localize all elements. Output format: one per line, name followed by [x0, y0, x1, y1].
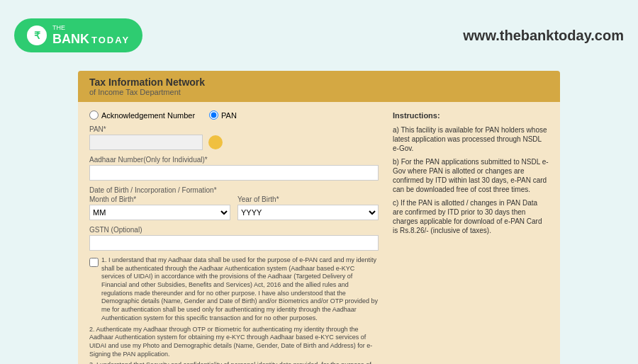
form-body: Acknowledgement Number PAN PAN* Aadhaar … [78, 102, 560, 364]
radio-group: Acknowledgement Number PAN [89, 110, 379, 120]
month-select[interactable]: MM [89, 205, 230, 220]
instructions-title: Instructions: [393, 110, 549, 121]
pan-label: PAN* [89, 125, 379, 133]
instructions-panel: Instructions: a) This facility is availa… [393, 110, 549, 364]
logo-today: TODAY [91, 35, 130, 46]
logo-the: THE [52, 24, 130, 32]
terms-checkbox[interactable] [89, 258, 99, 267]
radio-ack[interactable]: Acknowledgement Number [89, 110, 195, 120]
date-row: Month of Birth* MM Year of Birth* YYYY [89, 195, 379, 220]
pan-input[interactable] [89, 135, 203, 150]
pan-indicator [208, 135, 223, 149]
terms-text-2: 2. Authenticate my Aadhaar through OTP o… [89, 326, 379, 359]
aadhaar-field-group: Aadhaar Number(Only for Individual)* [89, 156, 379, 181]
form-fields: Acknowledgement Number PAN PAN* Aadhaar … [89, 110, 379, 364]
year-select[interactable]: YYYY [237, 205, 379, 220]
terms-section: 1. I understand that my Aadhaar data sha… [89, 256, 379, 364]
instruction-c: c) If the PAN is allotted / changes in P… [393, 198, 549, 235]
tin-header: Tax Information Network of Income Tax De… [78, 71, 560, 102]
gstn-label: GSTN (Optional) [89, 226, 379, 234]
radio-ack-input[interactable] [89, 110, 99, 120]
pan-field-group: PAN* [89, 125, 379, 150]
aadhaar-input[interactable] [89, 165, 379, 181]
year-field: Year of Birth* YYYY [237, 195, 379, 220]
month-label: Month of Birth* [89, 195, 230, 203]
logo-text: THE BANK TODAY [52, 24, 130, 47]
pan-input-row [89, 135, 379, 150]
tin-title: Tax Information Network [89, 76, 549, 88]
tin-subtitle: of Income Tax Department [89, 88, 549, 96]
gstn-input[interactable] [89, 235, 379, 251]
year-label: Year of Birth* [237, 195, 379, 203]
terms-text-1: 1. I understand that my Aadhaar data sha… [101, 256, 379, 323]
logo-bank: BANK [52, 32, 89, 47]
gstn-field-group: GSTN (Optional) [89, 226, 379, 251]
instruction-b: b) For the PAN applications submitted to… [393, 157, 549, 194]
logo: ₹ THE BANK TODAY [14, 18, 142, 52]
dob-label: Date of Birth / Incorporation / Formatio… [89, 186, 379, 194]
main-form-container: Tax Information Network of Income Tax De… [78, 71, 560, 364]
terms-text-3: 3. I understand that Security and confid… [89, 361, 379, 364]
radio-pan-input[interactable] [209, 110, 218, 120]
dob-field-group: Date of Birth / Incorporation / Formatio… [89, 186, 379, 220]
rupee-icon: ₹ [27, 25, 47, 45]
month-field: Month of Birth* MM [89, 195, 230, 220]
instruction-a: a) This facility is available for PAN ho… [393, 125, 549, 153]
radio-pan[interactable]: PAN [209, 110, 237, 120]
aadhaar-label: Aadhaar Number(Only for Individual)* [89, 156, 379, 164]
website-url: www.thebanktoday.com [463, 28, 624, 44]
terms-row: 1. I understand that my Aadhaar data sha… [89, 256, 379, 323]
page-header: ₹ THE BANK TODAY www.thebanktoday.com [0, 0, 638, 71]
